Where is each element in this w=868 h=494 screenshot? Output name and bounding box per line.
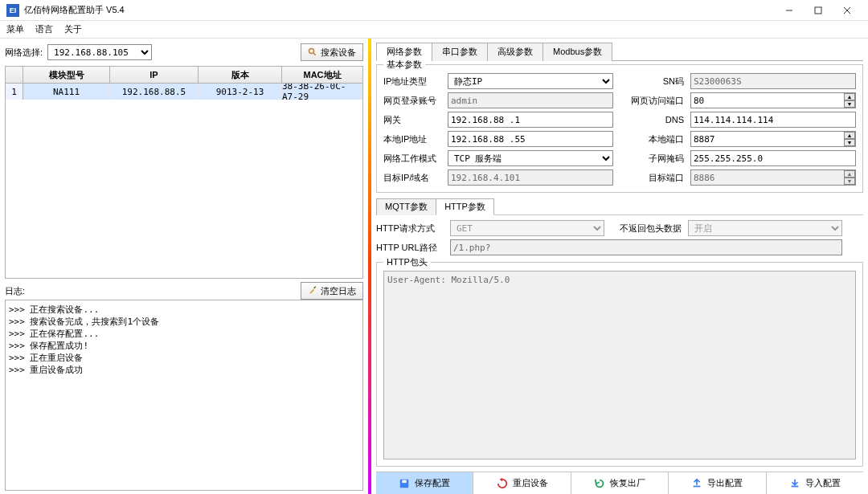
svg-rect-3 xyxy=(403,480,407,483)
export-icon xyxy=(691,478,702,489)
tab-serial[interactable]: 串口参数 xyxy=(432,43,488,61)
noheader-label: 不返回包头数据 xyxy=(620,223,682,235)
broom-icon xyxy=(308,286,317,296)
webport-spinner[interactable]: ▲▼ xyxy=(844,93,855,108)
localport-label: 本地端口 xyxy=(649,133,684,145)
webport-label: 网页访问端口 xyxy=(631,95,684,107)
mask-label: 子网掩码 xyxy=(649,153,684,165)
search-device-button[interactable]: 搜索设备 xyxy=(301,43,363,61)
gateway-label: 网关 xyxy=(383,114,401,126)
http-method-select: GET xyxy=(450,220,604,236)
factory-reset-button[interactable]: 恢复出厂 xyxy=(571,472,669,494)
log-output[interactable]: >>> 正在搜索设备... >>> 搜索设备完成，共搜索到1个设备 >>> 正在… xyxy=(5,300,363,491)
svg-rect-0 xyxy=(815,7,821,14)
mode-select[interactable]: TCP 服务端 xyxy=(448,150,613,166)
localport-field[interactable] xyxy=(690,131,856,147)
table-row[interactable]: 1 NA111 192.168.88.5 9013-2-13 38-3B-26-… xyxy=(6,84,362,100)
factory-icon xyxy=(594,478,605,489)
targetport-spinner: ▲▼ xyxy=(844,170,855,185)
noheader-select: 开启 xyxy=(688,220,842,236)
sn-label: SN码 xyxy=(663,76,684,88)
http-header-legend: HTTP包头 xyxy=(383,256,431,268)
basic-params-legend: 基本参数 xyxy=(383,59,425,71)
svg-point-1 xyxy=(309,49,314,54)
ip-type-label: IP地址类型 xyxy=(383,76,427,88)
http-url-label: HTTP URL路径 xyxy=(376,242,437,254)
target-label: 目标IP/域名 xyxy=(383,172,429,184)
subtab-http[interactable]: HTTP参数 xyxy=(436,198,494,215)
device-table[interactable]: 1 NA111 192.168.88.5 9013-2-13 38-3B-26-… xyxy=(5,84,363,279)
localport-spinner[interactable]: ▲▼ xyxy=(844,132,855,146)
webport-field[interactable] xyxy=(690,92,856,108)
tab-modbus[interactable]: Modbus参数 xyxy=(542,43,612,61)
mask-field[interactable] xyxy=(690,150,856,166)
restart-icon xyxy=(497,478,508,489)
log-label: 日志: xyxy=(5,285,25,297)
app-icon: EI xyxy=(6,4,19,17)
save-config-button[interactable]: 保存配置 xyxy=(376,472,473,494)
menu-language[interactable]: 语言 xyxy=(35,23,53,35)
close-button[interactable] xyxy=(833,0,862,21)
minimize-button[interactable] xyxy=(775,0,804,21)
dns-field[interactable] xyxy=(690,112,856,128)
targetport-label: 目标端口 xyxy=(649,172,684,184)
window-title: 亿佰特网络配置助手 V5.4 xyxy=(24,4,775,16)
menu-about[interactable]: 关于 xyxy=(64,23,82,35)
export-config-button[interactable]: 导出配置 xyxy=(669,472,766,494)
sn-field xyxy=(690,73,856,89)
network-select[interactable]: 192.168.88.105 xyxy=(47,44,152,60)
import-icon xyxy=(789,478,800,489)
http-url-field xyxy=(450,239,842,255)
http-method-label: HTTP请求方式 xyxy=(376,223,435,235)
http-header-textarea xyxy=(383,271,856,459)
save-icon xyxy=(399,478,410,489)
import-config-button[interactable]: 导入配置 xyxy=(767,472,863,494)
gateway-field[interactable] xyxy=(448,112,613,128)
device-table-header: 模块型号 IP 版本 MAC地址 xyxy=(5,66,363,84)
search-icon xyxy=(308,47,317,57)
subtab-mqtt[interactable]: MQTT参数 xyxy=(376,198,436,215)
mode-label: 网络工作模式 xyxy=(383,153,436,165)
localip-label: 本地IP地址 xyxy=(383,133,427,145)
weblogin-field xyxy=(448,92,613,108)
dns-label: DNS xyxy=(665,115,684,125)
maximize-button[interactable] xyxy=(804,0,833,21)
tab-advanced[interactable]: 高级参数 xyxy=(487,43,543,61)
localip-field[interactable] xyxy=(448,131,613,147)
menu-main[interactable]: 菜单 xyxy=(6,23,24,35)
restart-device-button[interactable]: 重启设备 xyxy=(473,472,571,494)
target-field xyxy=(448,169,613,186)
network-select-label: 网络选择: xyxy=(5,47,43,59)
weblogin-label: 网页登录账号 xyxy=(383,95,436,107)
targetport-field xyxy=(690,169,856,186)
clear-log-button[interactable]: 清空日志 xyxy=(301,282,363,300)
ip-type-select[interactable]: 静态IP xyxy=(448,73,613,89)
